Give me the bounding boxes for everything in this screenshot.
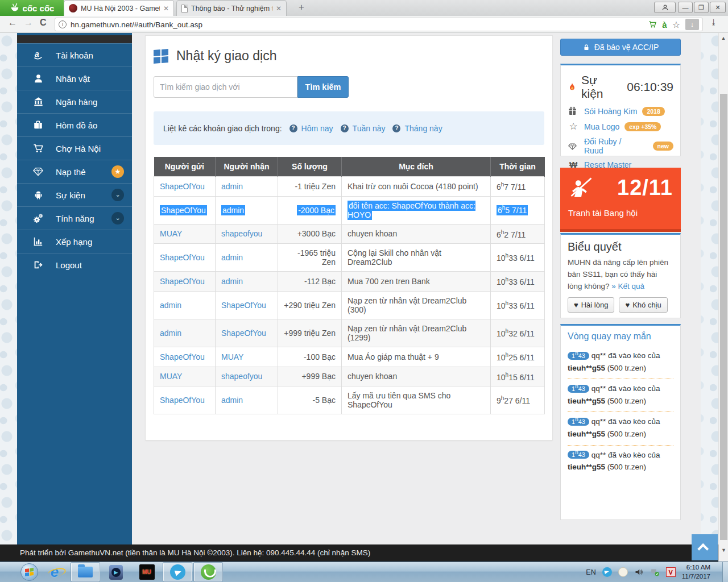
vietnamese-typing-icon[interactable]: à — [662, 20, 667, 30]
taskbar-explorer-button[interactable] — [71, 563, 100, 581]
sidebar-item-logout[interactable]: Logout — [17, 253, 132, 276]
tray-app-icon[interactable] — [618, 567, 628, 577]
event-item-doi-ruby[interactable]: Đổi Ruby / Ruud new — [568, 137, 673, 155]
receiver-link[interactable]: shapeofyou — [221, 229, 262, 238]
sender-link[interactable]: ShapeOfYou — [160, 277, 205, 286]
filter-link-today[interactable]: Hôm nay — [301, 124, 333, 133]
tab-thong-bao[interactable]: Thông báo - Thử nghiệm tín ✕ — [176, 0, 287, 16]
sender-link[interactable]: ShapeOfYou — [160, 253, 205, 262]
search-input[interactable] — [154, 76, 297, 98]
bookmark-star-icon[interactable]: ☆ — [672, 19, 680, 30]
sidebar-item-xep-hang[interactable]: Xếp hạng — [17, 230, 132, 253]
network-icon[interactable] — [650, 568, 660, 577]
tab-close-icon[interactable]: ✕ — [163, 5, 169, 13]
taskbar-telegram-button[interactable] — [163, 563, 192, 581]
sidebar-item-hom-do-ao[interactable]: Hòm đồ ảo — [17, 113, 132, 136]
downloads-icon[interactable]: ⭳ — [710, 18, 718, 27]
download-active-icon[interactable]: ↓ — [685, 19, 699, 30]
new-tab-button[interactable]: + — [293, 3, 309, 13]
sidebar-item-cho-ha-noi[interactable]: Chợ Hà Nội — [17, 136, 132, 160]
chevron-down-icon[interactable]: ⌄ — [111, 212, 124, 225]
amount-cell: -112 Bạc — [278, 272, 342, 292]
language-indicator[interactable]: EN — [586, 568, 595, 576]
receiver-link[interactable]: admin — [221, 205, 245, 215]
browser-scrollbar[interactable]: ▲ ▼ — [718, 33, 728, 562]
page-info-icon[interactable]: i — [59, 20, 67, 28]
receiver-link[interactable]: admin — [221, 277, 243, 286]
taskbar-coccoc-button[interactable] — [194, 563, 222, 581]
poll-unsatisfied-button[interactable]: ♥Khó chịu — [619, 297, 667, 313]
event-label[interactable]: Mua Logo — [584, 122, 619, 131]
table-row: ShapeOfYou admin -112 Bạc Mua 700 zen tr… — [154, 272, 545, 292]
time-cell: 10h33 6/11 — [491, 291, 545, 319]
event-item-mua-logo[interactable]: ☆ Mua Logo exp +35% — [568, 120, 673, 132]
scroll-up-arrow-icon[interactable]: ▲ — [719, 35, 728, 41]
scrollbar-thumb[interactable] — [720, 94, 727, 540]
taskbar-mu-game-button[interactable]: MU — [133, 563, 161, 581]
tab-mu-hanoi[interactable]: MU Hà Nội 2003 - Gamethu ✕ — [64, 0, 174, 16]
filter-link-month[interactable]: Tháng này — [404, 124, 442, 133]
time-badge: 1h43 — [568, 451, 589, 459]
show-desktop-button[interactable] — [722, 562, 728, 582]
poll-result-link[interactable]: » Kết quả — [611, 282, 644, 290]
taskbar-ie-button[interactable]: e — [40, 563, 69, 581]
event-label[interactable]: Đổi Ruby / Ruud — [584, 137, 641, 155]
poll-panel: Biểu quyết MUHN đã nâng cấp lên phiên bả… — [560, 233, 681, 318]
taskbar-media-button[interactable]: ▶ — [102, 563, 130, 581]
tournament-banner[interactable]: 12/11 Tranh tài Bang hội — [560, 168, 681, 232]
taskbar-clock[interactable]: 6:10 AM 11/7/2017 — [682, 563, 710, 581]
cart-extension-icon[interactable] — [648, 20, 657, 28]
sender-link[interactable]: MUAY — [160, 229, 182, 238]
sender-link[interactable]: admin — [160, 329, 181, 338]
back-icon[interactable]: ← — [8, 18, 17, 28]
sidebar-item-tai-khoan[interactable]: a Tài khoản — [17, 43, 132, 66]
profile-button[interactable] — [654, 2, 676, 13]
tray-telegram-icon[interactable] — [602, 567, 612, 577]
receiver-link[interactable]: ShapeOfYou — [221, 301, 266, 310]
chevron-down-icon[interactable]: ⌄ — [111, 189, 124, 201]
sender-link[interactable]: ShapeOfYou — [160, 205, 207, 215]
sender-link[interactable]: ShapeOfYou — [160, 182, 205, 191]
sidebar-item-su-kien[interactable]: Sự kiện ⌄ — [17, 183, 132, 206]
protect-acc-button[interactable]: Đã bảo vệ ACC/IP — [560, 39, 681, 56]
amount-cell: -5 Bạc — [278, 386, 342, 414]
search-button[interactable]: Tìm kiếm — [297, 76, 349, 98]
lucky-entry: 1h43 qq** đã vào kèo của tieuh**g55 (500… — [568, 411, 673, 444]
address-bar[interactable]: i hn.gamethuvn.net/#auth/Bank_out.asp à … — [55, 18, 703, 31]
close-button[interactable]: ✕ — [710, 2, 726, 13]
sidebar-item-nhan-vat[interactable]: Nhân vật — [17, 66, 132, 90]
event-label[interactable]: Sói Hoàng Kim — [584, 107, 637, 116]
refresh-icon[interactable]: C — [40, 18, 47, 28]
sender-link[interactable]: MUAY — [160, 372, 182, 381]
coccoc-logo[interactable]: cốc cốc — [0, 0, 64, 16]
sender-link[interactable]: ShapeOfYou — [160, 396, 205, 405]
sender-link[interactable]: admin — [160, 301, 181, 310]
table-row: admin ShapeOfYou +290 triệu Zen Nạp zen … — [154, 291, 545, 319]
receiver-link[interactable]: admin — [221, 253, 243, 262]
start-button[interactable] — [20, 563, 38, 581]
sender-link[interactable]: ShapeOfYou — [160, 352, 205, 361]
url-text[interactable]: hn.gamethuvn.net/#auth/Bank_out.asp — [71, 20, 643, 29]
receiver-link[interactable]: admin — [221, 182, 243, 191]
scroll-to-top-button[interactable] — [692, 534, 718, 560]
poll-satisfied-button[interactable]: ♥Hài lòng — [568, 297, 614, 313]
receiver-link[interactable]: admin — [221, 396, 243, 405]
forward-icon[interactable]: → — [24, 18, 33, 28]
minimize-button[interactable]: — — [678, 2, 693, 13]
event-item-soi-hoang-kim[interactable]: Sói Hoàng Kim 2018 — [568, 106, 673, 116]
mu-favicon-icon — [69, 4, 77, 13]
sidebar-item-tinh-nang[interactable]: Tính năng ⌄ — [17, 206, 132, 230]
receiver-link[interactable]: ShapeOfYou — [221, 329, 266, 338]
restore-button[interactable]: ❐ — [694, 2, 709, 13]
sidebar-item-nap-the[interactable]: Nạp thẻ ★ — [17, 160, 132, 183]
receiver-link[interactable]: shapeofyou — [221, 372, 262, 381]
receiver-link[interactable]: MUAY — [221, 352, 243, 361]
tray-vietkey-icon[interactable]: V — [666, 567, 676, 577]
tab-close-icon[interactable]: ✕ — [276, 5, 282, 13]
amount-cell: +999 Bạc — [278, 367, 342, 386]
scroll-down-arrow-icon[interactable]: ▼ — [719, 547, 728, 553]
speaker-icon[interactable] — [634, 568, 644, 576]
table-row: ShapeOfYou MUAY -100 Bạc Mua Áo giáp ma … — [154, 347, 545, 367]
sidebar-item-ngan-hang[interactable]: Ngân hàng — [17, 90, 132, 113]
filter-link-week[interactable]: Tuần này — [353, 124, 386, 133]
